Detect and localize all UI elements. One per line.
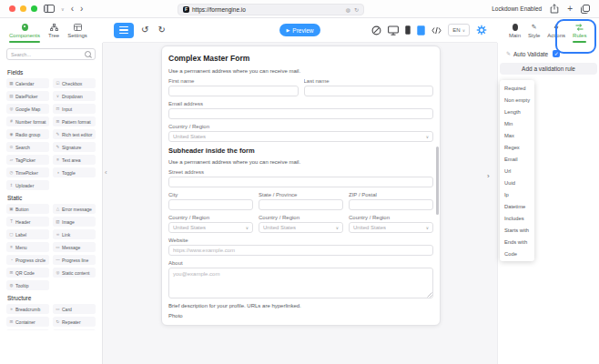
component-item-card[interactable]: ▭Card xyxy=(53,304,96,314)
component-item-image[interactable]: ▧Image xyxy=(53,217,96,227)
close-window-button[interactable] xyxy=(9,5,15,12)
rule-option[interactable]: Regex xyxy=(500,141,534,153)
desktop-viewport-icon[interactable] xyxy=(388,25,399,35)
component-item-partial[interactable] xyxy=(6,329,49,330)
component-item-tooltip[interactable]: ◍Tooltip xyxy=(6,280,49,290)
tab-tree[interactable]: Tree xyxy=(48,24,59,38)
expand-right-panel-chevron-icon[interactable]: › xyxy=(487,173,490,180)
search-input[interactable] xyxy=(11,52,85,57)
tab-components[interactable]: Components xyxy=(9,24,40,38)
text-input[interactable] xyxy=(259,199,343,210)
component-item-qr-code[interactable]: ⊞QR Code xyxy=(6,268,49,278)
country-select[interactable]: United States∨ xyxy=(168,131,433,142)
component-item-error-message[interactable]: △Error message xyxy=(53,204,96,214)
rule-option[interactable]: Min xyxy=(500,117,534,129)
tab-style[interactable]: ✎ Style xyxy=(528,24,540,38)
language-select[interactable]: EN ∨ xyxy=(448,24,470,36)
minimize-window-button[interactable] xyxy=(20,5,26,12)
preview-button[interactable]: ▶ Preview xyxy=(279,24,321,36)
tab-actions[interactable]: Actions xyxy=(547,24,565,38)
component-item-menu[interactable]: ≡Menu xyxy=(6,242,49,252)
rule-option[interactable]: Ip xyxy=(500,188,534,200)
component-item-button[interactable]: ▣Button xyxy=(6,204,49,214)
component-item-radio-group[interactable]: ◉Radio group xyxy=(6,129,49,139)
rule-option[interactable]: Url xyxy=(500,165,534,177)
nav-back-button[interactable]: ‹ xyxy=(71,5,74,14)
component-item-progress-line[interactable]: —Progress line xyxy=(53,255,96,265)
component-item-repeater[interactable]: ↻Repeater xyxy=(53,317,96,327)
component-item-timepicker[interactable]: ◷TimePicker xyxy=(6,167,49,177)
url-bar[interactable]: F https://formengine.io ◍ ↻ xyxy=(178,4,364,15)
country-select[interactable]: United States∨ xyxy=(259,222,343,233)
component-item-link[interactable]: ∞Link xyxy=(53,229,96,239)
collapse-left-panel-chevron-icon[interactable]: ‹ xyxy=(105,169,107,177)
sidebar-toggle-icon[interactable] xyxy=(44,5,55,13)
component-item-uploader[interactable]: ↥Uploader xyxy=(6,180,49,190)
code-view-icon[interactable] xyxy=(431,26,442,35)
component-item-checkbox[interactable]: ☑Checkbox xyxy=(53,78,96,88)
tablet-viewport-icon[interactable] xyxy=(417,25,425,35)
tab-rules[interactable]: Rules xyxy=(573,24,586,38)
rule-option[interactable]: Ends with xyxy=(500,236,534,248)
component-item-google-map[interactable]: ◎Google Map xyxy=(6,104,49,114)
form-menu-button[interactable] xyxy=(114,23,134,38)
auto-validate-checkbox[interactable]: ✓ xyxy=(553,50,560,57)
component-item-progress-circle[interactable]: ◔Progress circle xyxy=(6,255,49,265)
rule-option[interactable]: Max xyxy=(500,129,534,141)
component-item-container[interactable]: ⊞Container xyxy=(6,317,49,327)
component-item-header[interactable]: THeader xyxy=(6,217,49,227)
rule-option[interactable]: Includes xyxy=(500,212,534,224)
rule-option[interactable]: Email xyxy=(500,153,534,165)
component-item-datepicker[interactable]: ▤DatePicker xyxy=(6,91,49,101)
text-input[interactable] xyxy=(349,199,433,210)
text-input[interactable] xyxy=(168,177,433,187)
mobile-viewport-icon[interactable] xyxy=(405,25,411,35)
component-item-input[interactable]: ⊡Input xyxy=(53,104,96,114)
component-item-signature[interactable]: ✎Signature xyxy=(53,142,96,152)
component-item-pattern-format[interactable]: ⊞Pattern format xyxy=(53,116,96,126)
component-item-text-area[interactable]: ≡Text area xyxy=(53,155,96,165)
form-settings-gear-icon[interactable] xyxy=(476,25,487,35)
rule-option[interactable]: Datetime xyxy=(500,200,534,212)
nav-forward-button[interactable]: › xyxy=(80,5,83,14)
redo-button[interactable]: ↻ xyxy=(156,25,167,35)
tab-overview-icon[interactable] xyxy=(581,5,590,14)
new-tab-button[interactable]: + xyxy=(567,5,573,14)
component-item-label[interactable]: ▢Label xyxy=(6,229,49,239)
component-item-tagpicker[interactable]: ▱TagPicker xyxy=(6,155,49,165)
site-settings-icon[interactable]: ◍ xyxy=(346,6,350,13)
text-input[interactable] xyxy=(168,199,253,210)
component-item-dropdown[interactable]: ∨Dropdown xyxy=(53,91,96,101)
component-item-toggle[interactable]: ◑Toggle xyxy=(53,167,96,177)
tab-settings[interactable]: Settings xyxy=(67,24,87,38)
text-input[interactable] xyxy=(168,86,299,96)
sidebar-chevron-icon[interactable]: ∨ xyxy=(61,6,65,12)
component-item-number-format[interactable]: #Number format xyxy=(6,116,49,126)
component-item-search[interactable]: ⊙Search xyxy=(6,142,49,152)
tab-main[interactable]: Main xyxy=(509,24,521,38)
text-input[interactable] xyxy=(168,245,433,256)
share-icon[interactable] xyxy=(550,4,559,14)
zoom-window-button[interactable] xyxy=(31,5,37,12)
rule-option[interactable]: Non empty xyxy=(500,94,534,106)
no-device-icon[interactable] xyxy=(371,25,381,35)
canvas-scrollbar[interactable] xyxy=(436,147,439,215)
component-search[interactable] xyxy=(6,48,96,60)
rule-option[interactable]: Starts with xyxy=(500,224,534,236)
component-item-calendar[interactable]: ▦Calendar xyxy=(6,78,49,88)
component-item-partial[interactable] xyxy=(53,329,96,330)
undo-button[interactable]: ↺ xyxy=(139,25,150,35)
about-textarea[interactable] xyxy=(168,268,433,298)
rule-option[interactable]: Uuid xyxy=(500,177,534,188)
country-select[interactable]: United States∨ xyxy=(168,222,253,233)
rule-option[interactable]: Code xyxy=(500,248,534,259)
rule-option[interactable]: Required xyxy=(500,82,534,94)
component-item-message[interactable]: ▭Message xyxy=(53,242,96,252)
add-validation-rule-button[interactable]: Add a validation rule xyxy=(500,63,597,75)
text-input[interactable] xyxy=(304,86,434,96)
component-item-static-content[interactable]: ◎Static content xyxy=(53,268,96,278)
text-input[interactable] xyxy=(168,108,433,119)
country-select[interactable]: United States∨ xyxy=(349,222,433,233)
rule-option[interactable]: Length xyxy=(500,106,534,117)
component-item-rich-text-editor[interactable]: ✎Rich text editor xyxy=(53,129,96,139)
